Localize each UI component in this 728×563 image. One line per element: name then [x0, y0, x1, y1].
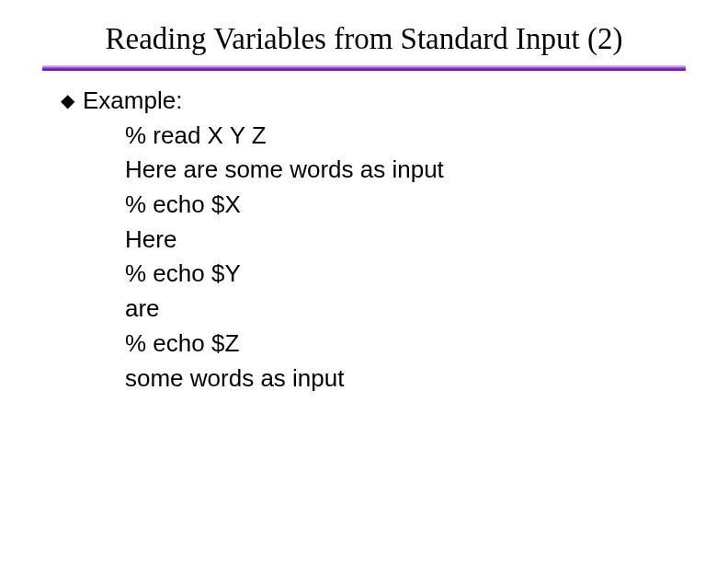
code-line: % echo $X [125, 188, 728, 223]
code-line: % echo $Y [125, 257, 728, 292]
bullet-item: ◆ Example: [61, 84, 728, 119]
code-line: % read X Y Z [125, 119, 728, 154]
example-label: Example: [83, 84, 182, 119]
code-block: % read X Y Z Here are some words as inpu… [61, 119, 728, 396]
slide-title: Reading Variables from Standard Input (2… [0, 0, 728, 65]
code-line: are [125, 292, 728, 327]
slide-content: ◆ Example: % read X Y Z Here are some wo… [0, 71, 728, 396]
code-line: % echo $Z [125, 327, 728, 362]
code-line: Here are some words as input [125, 153, 728, 188]
diamond-bullet-icon: ◆ [61, 87, 74, 114]
code-line: Here [125, 223, 728, 258]
code-line: some words as input [125, 362, 728, 396]
